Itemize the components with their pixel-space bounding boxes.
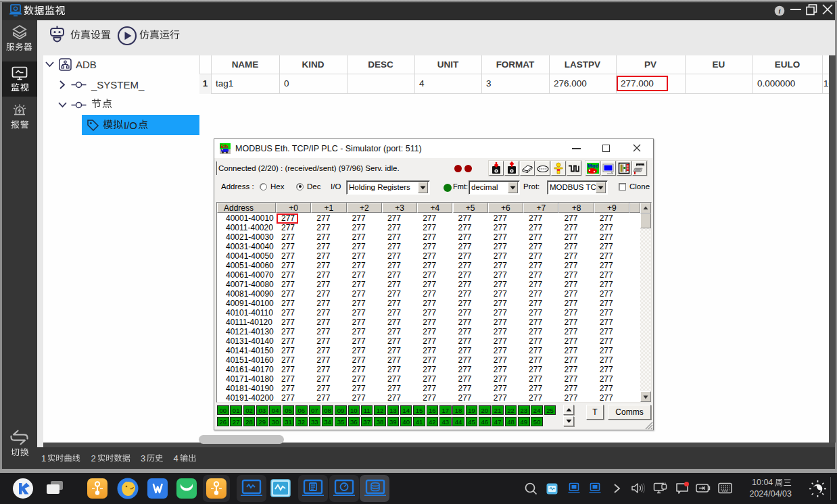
- svg-text:Mod: Mod: [588, 163, 599, 169]
